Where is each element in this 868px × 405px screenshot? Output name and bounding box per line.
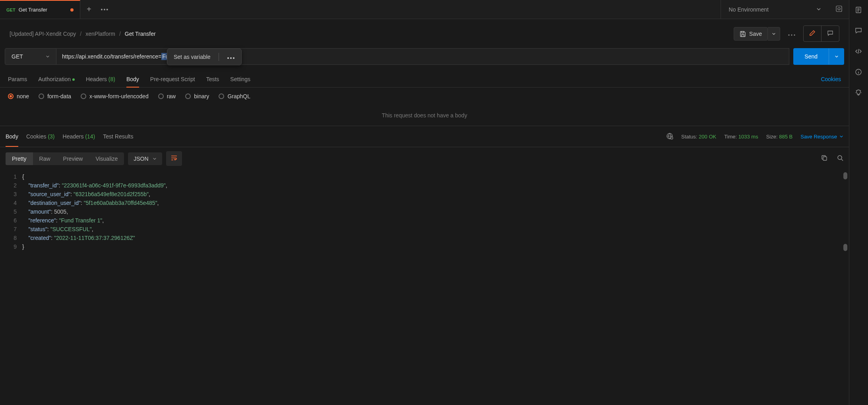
body-type-none[interactable]: none xyxy=(8,93,29,99)
body-type-binary[interactable]: binary xyxy=(185,93,209,99)
url-row: GET https://api.xendit.co/transfers/refe… xyxy=(0,48,849,71)
tab-title: Get Transfer xyxy=(19,7,47,13)
edit-button[interactable] xyxy=(804,26,822,41)
svg-point-1 xyxy=(838,8,840,10)
popup-more-button[interactable] xyxy=(227,54,235,60)
time-label: Time: xyxy=(724,134,737,140)
pencil-icon xyxy=(809,30,816,36)
size-value: 885 B xyxy=(779,134,792,140)
chevron-down-icon xyxy=(816,6,821,13)
wrap-lines-button[interactable] xyxy=(166,151,182,166)
breadcrumb-current: Get Transfer xyxy=(125,31,156,37)
breadcrumb-separator: / xyxy=(80,31,81,37)
copy-icon xyxy=(821,155,827,161)
scrollbar-thumb[interactable] xyxy=(843,244,847,251)
method-value: GET xyxy=(12,53,23,60)
body-type-formdata[interactable]: form-data xyxy=(39,93,71,99)
save-label: Save xyxy=(749,31,762,37)
view-pretty[interactable]: Pretty xyxy=(6,152,33,165)
tab-settings[interactable]: Settings xyxy=(230,71,250,87)
view-preview[interactable]: Preview xyxy=(57,152,89,165)
save-dropdown-button[interactable] xyxy=(768,27,780,41)
copy-button[interactable] xyxy=(821,155,827,162)
tab-prerequest[interactable]: Pre-request Script xyxy=(150,71,195,87)
response-tab-testresults[interactable]: Test Results xyxy=(103,131,133,142)
format-selector[interactable]: JSON xyxy=(128,152,162,165)
tab-params[interactable]: Params xyxy=(8,71,27,87)
lightbulb-icon[interactable] xyxy=(855,89,863,97)
info-icon[interactable] xyxy=(855,68,863,76)
active-dot-icon xyxy=(72,78,75,81)
more-actions-button[interactable] xyxy=(785,27,798,40)
svg-point-3 xyxy=(791,34,792,35)
code-content: { "transfer_id": "223061f4-a06c-491f-9f7… xyxy=(22,172,849,251)
search-button[interactable] xyxy=(837,155,843,162)
http-method-selector[interactable]: GET xyxy=(5,48,56,65)
response-header: Body Cookies (3) Headers (14) Test Resul… xyxy=(0,126,849,147)
response-body-viewer[interactable]: 1 2 3 4 5 6 7 8 9 { "transfer_id": "2230… xyxy=(0,170,849,253)
environment-label: No Environment xyxy=(729,6,769,13)
comments-icon[interactable] xyxy=(855,27,863,35)
right-sidebar xyxy=(849,0,868,405)
radio-icon xyxy=(185,93,191,99)
documentation-icon[interactable] xyxy=(855,6,863,14)
chevron-down-icon xyxy=(46,55,50,58)
svg-point-7 xyxy=(233,57,234,59)
set-as-variable-popup: Set as variable xyxy=(167,49,242,65)
send-button[interactable]: Send xyxy=(793,48,844,65)
url-input[interactable]: https://api.xendit.co/transfers/referenc… xyxy=(56,48,789,65)
body-type-urlencoded[interactable]: x-www-form-urlencoded xyxy=(81,93,149,99)
chevron-down-icon xyxy=(772,32,776,36)
radio-icon xyxy=(8,93,14,99)
response-tab-cookies[interactable]: Cookies (3) xyxy=(26,131,55,142)
set-as-variable-button[interactable]: Set as variable xyxy=(174,54,211,60)
new-tab-button[interactable]: + xyxy=(87,5,91,14)
breadcrumb-item[interactable]: [Updated] API-Xendit Copy xyxy=(10,31,76,37)
svg-rect-10 xyxy=(823,157,827,160)
tab-authorization[interactable]: Authorization xyxy=(38,71,75,87)
tab-method-badge: GET xyxy=(6,8,15,12)
environment-selector[interactable]: No Environment xyxy=(721,0,829,19)
body-type-raw[interactable]: raw xyxy=(158,93,176,99)
view-controls: Pretty Raw Preview Visualize JSON xyxy=(0,147,849,170)
chevron-down-icon xyxy=(839,134,843,138)
line-numbers: 1 2 3 4 5 6 7 8 9 xyxy=(0,172,22,251)
more-horizontal-icon xyxy=(788,34,795,36)
status-label: Status: xyxy=(681,134,697,140)
divider xyxy=(219,53,219,61)
request-tabs: Params Authorization Headers (8) Body Pr… xyxy=(0,71,849,88)
radio-icon xyxy=(219,93,224,99)
cookies-link[interactable]: Cookies xyxy=(821,76,841,82)
save-response-button[interactable]: Save Response xyxy=(800,134,843,140)
code-icon[interactable] xyxy=(855,48,863,56)
network-icon[interactable] xyxy=(666,132,673,141)
search-icon xyxy=(837,155,843,161)
save-button[interactable]: Save xyxy=(734,27,768,41)
tab-tests[interactable]: Tests xyxy=(206,71,219,87)
body-empty-message: This request does not have a body xyxy=(0,105,849,126)
body-type-graphql[interactable]: GraphQL xyxy=(219,93,250,99)
scrollbar-thumb[interactable] xyxy=(843,172,847,179)
response-tab-body[interactable]: Body xyxy=(6,131,18,142)
tab-more-button[interactable]: ••• xyxy=(101,6,109,13)
tab-body[interactable]: Body xyxy=(126,71,139,87)
request-tab[interactable]: GET Get Transfer xyxy=(0,0,80,19)
response-tab-headers[interactable]: Headers (14) xyxy=(63,131,95,142)
size-label: Size: xyxy=(766,134,778,140)
radio-icon xyxy=(81,93,86,99)
svg-point-11 xyxy=(838,156,842,160)
comment-button[interactable] xyxy=(822,26,839,41)
tab-headers[interactable]: Headers (8) xyxy=(86,71,115,87)
send-dropdown-button[interactable] xyxy=(829,49,844,64)
chevron-down-icon xyxy=(153,157,157,161)
svg-point-2 xyxy=(789,34,790,35)
breadcrumb-row: [Updated] API-Xendit Copy / xenPlatform … xyxy=(0,19,849,48)
environment-quicklook-icon[interactable] xyxy=(829,5,849,14)
save-icon xyxy=(740,31,746,37)
breadcrumb-item[interactable]: xenPlatform xyxy=(85,31,115,37)
svg-rect-0 xyxy=(836,6,842,12)
body-type-selector: none form-data x-www-form-urlencoded raw… xyxy=(0,88,849,105)
view-visualize[interactable]: Visualize xyxy=(89,152,124,165)
svg-point-6 xyxy=(230,57,232,59)
view-raw[interactable]: Raw xyxy=(33,152,57,165)
